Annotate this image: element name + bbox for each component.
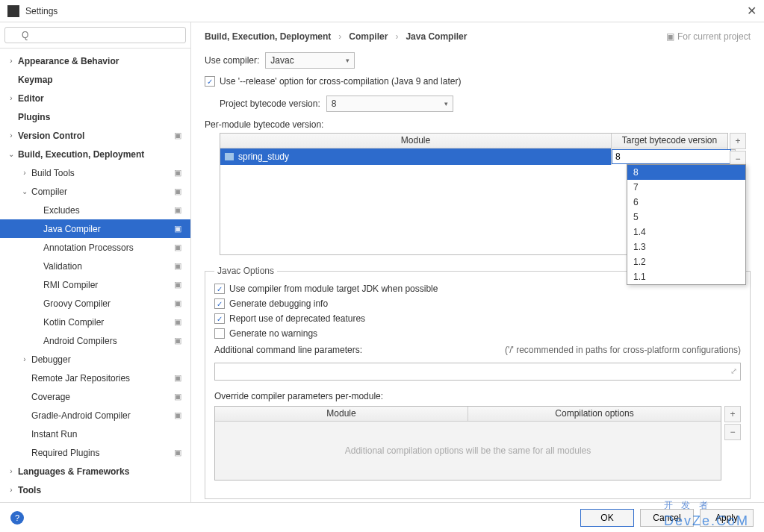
sidebar-item-label: Tools (16, 485, 186, 495)
sidebar-item-plugins[interactable]: Plugins (0, 107, 190, 126)
ok-button[interactable]: OK (580, 509, 634, 527)
crumb-2[interactable]: Compiler (349, 31, 388, 42)
apply-button[interactable]: Apply (700, 509, 754, 527)
chevron-icon: › (19, 355, 30, 363)
dropdown-option[interactable]: 1.2 (627, 254, 745, 269)
sidebar-item-annotation-processors[interactable]: Annotation Processors▣ (0, 238, 190, 257)
project-bytecode-select[interactable]: 8 ▾ (326, 96, 453, 112)
sidebar-item-remote-jar-repositories[interactable]: Remote Jar Repositories▣ (0, 369, 190, 387)
dropdown-option[interactable]: 1.4 (627, 225, 745, 240)
opt1-checkbox[interactable]: ✓ (214, 284, 225, 294)
sidebar-item-label: Plugins (16, 112, 186, 122)
release-label: Use '--release' option for cross-compila… (220, 76, 461, 87)
sidebar-item-coverage[interactable]: Coverage▣ (0, 387, 190, 406)
sidebar-item-languages-frameworks[interactable]: ›Languages & Frameworks (0, 462, 190, 481)
sidebar-item-label: Editor (16, 93, 186, 104)
sidebar-item-label: Kotlin Compiler (42, 317, 174, 328)
col-options: Compilation options (468, 407, 721, 421)
add-button[interactable]: + (724, 406, 741, 422)
project-scope-icon: ▣ (174, 392, 186, 401)
search-wrap: 🔍 (0, 22, 190, 48)
crumb-1[interactable]: Build, Execution, Deployment (205, 31, 331, 42)
sidebar-item-build-tools[interactable]: ›Build Tools▣ (0, 163, 190, 182)
search-input[interactable] (4, 27, 186, 43)
version-dropdown[interactable]: 87651.41.31.21.1 (627, 164, 746, 285)
close-icon[interactable]: ✕ (747, 4, 757, 18)
chevron-down-icon: ▾ (444, 100, 448, 107)
sidebar-item-compiler[interactable]: ⌄Compiler▣ (0, 182, 190, 201)
sidebar-item-validation[interactable]: Validation▣ (0, 257, 190, 275)
chevron-icon: › (19, 169, 30, 177)
button-bar: ? OK Cancel Apply (0, 502, 764, 532)
sidebar-item-keymap[interactable]: Keymap (0, 70, 190, 89)
override-empty: Additional compilation options will be t… (215, 422, 721, 480)
sidebar-item-java-compiler[interactable]: Java Compiler▣ (0, 219, 190, 238)
project-scope-icon: ▣ (174, 317, 186, 327)
chevron-icon: › (6, 94, 16, 102)
use-compiler-select[interactable]: Javac ▾ (265, 52, 355, 69)
crumb-3: Java Compiler (406, 31, 467, 42)
dropdown-option[interactable]: 1.1 (627, 269, 745, 284)
project-scope-icon: ▣ (174, 448, 186, 457)
sidebar-item-required-plugins[interactable]: Required Plugins▣ (0, 443, 190, 462)
override-table: Module Compilation options Additional co… (214, 406, 721, 481)
opt3-checkbox[interactable]: ✓ (214, 313, 225, 324)
sidebar-item-build-execution-deployment[interactable]: ⌄Build, Execution, Deployment (0, 145, 190, 163)
sidebar-item-kotlin-compiler[interactable]: Kotlin Compiler▣ (0, 313, 190, 331)
addl-params-label: Additional command line parameters: (214, 345, 362, 355)
dropdown-option[interactable]: 8 (627, 165, 745, 180)
remove-button[interactable]: − (724, 424, 741, 440)
sidebar-item-label: Version Control (16, 131, 174, 141)
sidebar-item-tools[interactable]: ›Tools (0, 481, 190, 499)
add-button[interactable]: + (730, 133, 746, 149)
sidebar-item-debugger[interactable]: ›Debugger (0, 350, 190, 369)
cancel-button[interactable]: Cancel (640, 509, 694, 527)
target-version-input[interactable] (612, 149, 731, 164)
sidebar-item-android-compilers[interactable]: Android Compilers▣ (0, 331, 190, 350)
opt2-checkbox[interactable]: ✓ (214, 298, 225, 309)
breadcrumb: Build, Execution, Deployment › Compiler … (205, 31, 751, 42)
addl-params-input[interactable]: ⤢ (214, 363, 741, 381)
opt4-checkbox[interactable] (214, 328, 225, 339)
title-bar: Settings ✕ (0, 0, 764, 22)
use-compiler-label: Use compiler: (205, 55, 259, 66)
sidebar-item-label: Debugger (30, 354, 186, 365)
dropdown-option[interactable]: 6 (627, 195, 745, 210)
project-bytecode-label: Project bytecode version: (220, 98, 320, 109)
sidebar-item-instant-run[interactable]: Instant Run (0, 425, 190, 443)
project-scope-icon: ▣ (174, 410, 186, 420)
project-scope-icon: ▣ (174, 280, 186, 290)
sidebar-item-label: RMI Compiler (42, 280, 174, 290)
sidebar-item-appearance-behavior[interactable]: ›Appearance & Behavior (0, 51, 190, 70)
release-checkbox[interactable]: ✓ (205, 76, 215, 87)
sidebar-item-label: Coverage (30, 392, 174, 402)
dropdown-option[interactable]: 1.3 (627, 240, 745, 254)
scope-note: ▣ For current project (666, 31, 751, 42)
table-row[interactable]: spring_study ▾ (220, 148, 727, 165)
help-button[interactable]: ? (10, 511, 24, 525)
sidebar-item-version-control[interactable]: ›Version Control▣ (0, 126, 190, 145)
sidebar-item-gradle-android-compiler[interactable]: Gradle-Android Compiler▣ (0, 406, 190, 425)
col-module-2: Module (215, 407, 468, 421)
sidebar-item-label: Build, Execution, Deployment (16, 149, 186, 160)
project-scope-icon: ▣ (174, 187, 186, 196)
chevron-down-icon: ▾ (346, 57, 350, 64)
sidebar-item-groovy-compiler[interactable]: Groovy Compiler▣ (0, 294, 190, 313)
sidebar-item-label: Remote Jar Repositories (30, 373, 174, 384)
project-scope-icon: ▣ (174, 224, 186, 234)
dropdown-option[interactable]: 7 (627, 180, 745, 195)
sidebar: 🔍 ›Appearance & BehaviorKeymap›EditorPlu… (0, 22, 191, 515)
sidebar-item-excludes[interactable]: Excludes▣ (0, 201, 190, 219)
sidebar-item-rmi-compiler[interactable]: RMI Compiler▣ (0, 275, 190, 294)
sidebar-item-editor[interactable]: ›Editor (0, 89, 190, 107)
javac-options: Javac Options ✓Use compiler from module … (205, 266, 751, 499)
project-scope-icon: ▣ (174, 168, 186, 178)
col-target: Target bytecode version (612, 134, 727, 148)
dropdown-option[interactable]: 5 (627, 210, 745, 225)
col-module: Module (220, 134, 612, 148)
content-panel: Build, Execution, Deployment › Compiler … (191, 22, 764, 515)
sidebar-item-label: Android Compilers (42, 336, 174, 346)
per-module-label: Per-module bytecode version: (205, 119, 751, 130)
expand-icon[interactable]: ⤢ (730, 366, 737, 376)
chevron-right-icon: › (395, 31, 398, 42)
